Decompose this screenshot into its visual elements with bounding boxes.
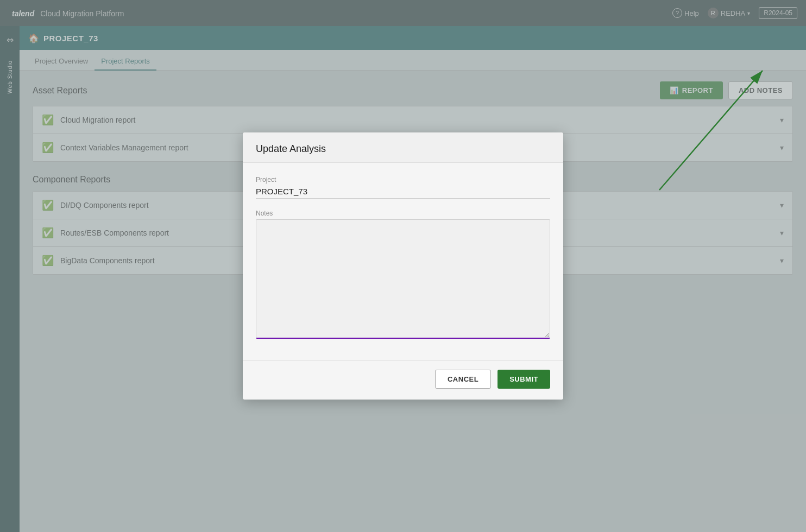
- dialog-footer: CANCEL SUBMIT: [243, 360, 563, 400]
- notes-field-group: Notes: [256, 210, 550, 341]
- dialog-header: Update Analysis: [243, 132, 563, 163]
- cancel-button[interactable]: CANCEL: [435, 370, 491, 389]
- notes-label: Notes: [256, 210, 550, 217]
- project-input[interactable]: [256, 185, 550, 199]
- submit-button[interactable]: SUBMIT: [498, 370, 550, 389]
- project-field-group: Project: [256, 176, 550, 199]
- notes-textarea[interactable]: [256, 219, 550, 339]
- update-analysis-dialog: Update Analysis Project Notes CANCEL SUB…: [243, 132, 563, 400]
- project-label: Project: [256, 176, 550, 183]
- dialog-title: Update Analysis: [256, 143, 550, 155]
- dialog-body: Project Notes: [243, 163, 563, 360]
